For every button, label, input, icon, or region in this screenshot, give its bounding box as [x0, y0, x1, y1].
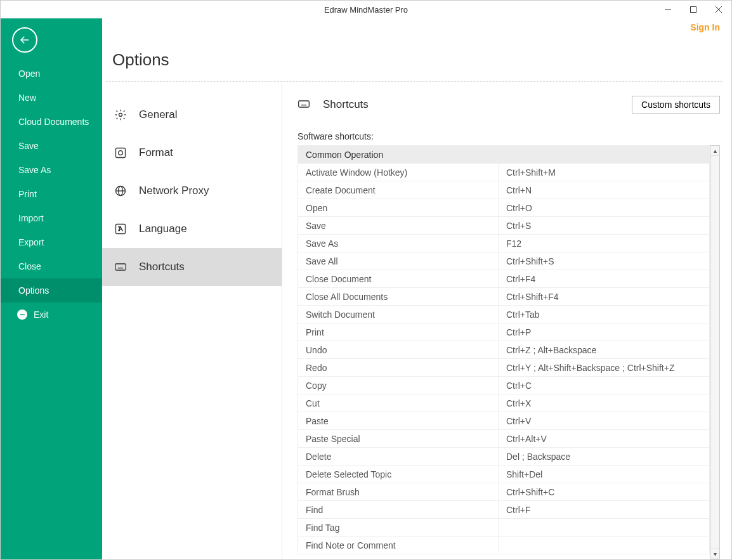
- shortcut-row[interactable]: SaveCtrl+S: [298, 217, 710, 235]
- globe-icon: [114, 184, 127, 198]
- tab-format[interactable]: Format: [102, 134, 282, 172]
- general-icon: [114, 108, 127, 122]
- content: GeneralFormatNetwork ProxyLanguageShortc…: [102, 82, 731, 559]
- shortcut-row[interactable]: Switch DocumentCtrl+Tab: [298, 306, 710, 323]
- shortcut-row[interactable]: UndoCtrl+Z ; Alt+Backspace: [298, 341, 710, 359]
- shortcut-action: Create Document: [298, 181, 499, 199]
- tab-network-proxy[interactable]: Network Proxy: [102, 172, 282, 210]
- sidebar: OpenNewCloud DocumentsSaveSave AsPrintIm…: [1, 18, 102, 559]
- sidebar-item-options[interactable]: Options: [1, 278, 102, 303]
- sidebar-item-cloud-documents[interactable]: Cloud Documents: [1, 110, 102, 134]
- shortcut-action: Paste Special: [298, 430, 499, 448]
- shortcuts-table-scroll[interactable]: Common OperationActivate Window (Hotkey)…: [297, 145, 710, 559]
- shortcut-row[interactable]: RedoCtrl+Y ; Alt+Shift+Backspace ; Ctrl+…: [298, 359, 710, 377]
- shortcut-keys: Ctrl+Z ; Alt+Backspace: [499, 341, 710, 359]
- shortcut-action: Find Tag: [298, 519, 499, 537]
- sidebar-item-label: Save: [18, 141, 39, 151]
- shortcut-keys: [499, 519, 710, 537]
- tab-language[interactable]: Language: [102, 210, 282, 248]
- sidebar-item-import[interactable]: Import: [1, 206, 102, 230]
- language-icon: [114, 222, 127, 236]
- shortcut-keys: Ctrl+C: [499, 377, 710, 394]
- shortcut-row[interactable]: Format BrushCtrl+Shift+C: [298, 483, 710, 501]
- shortcut-action: Undo: [298, 341, 499, 359]
- shortcut-action: Save: [298, 217, 499, 235]
- tab-shortcuts[interactable]: Shortcuts: [102, 248, 282, 286]
- shortcut-action: Delete: [298, 448, 499, 466]
- sidebar-item-open[interactable]: Open: [1, 62, 102, 86]
- sidebar-item-new[interactable]: New: [1, 86, 102, 110]
- shortcut-keys: F12: [499, 235, 710, 252]
- shortcuts-table: Common OperationActivate Window (Hotkey)…: [297, 145, 710, 554]
- sidebar-item-label: Cloud Documents: [18, 117, 89, 127]
- shortcut-action: Find Note or Comment: [298, 537, 499, 554]
- shortcut-action: Switch Document: [298, 306, 499, 323]
- tab-label: Shortcuts: [139, 261, 185, 273]
- shortcut-keys: Shift+Del: [499, 466, 710, 483]
- window-title: Edraw MindMaster Pro: [324, 5, 408, 15]
- section-label: Software shortcuts:: [297, 131, 720, 141]
- sidebar-item-save[interactable]: Save: [1, 134, 102, 158]
- back-button[interactable]: [12, 27, 37, 53]
- shortcut-row[interactable]: PrintCtrl+P: [298, 323, 710, 341]
- shortcut-keys: Ctrl+Tab: [499, 306, 710, 323]
- shortcut-action: Close Document: [298, 270, 499, 288]
- scroll-up-button[interactable]: ▴: [710, 146, 719, 156]
- minimize-button[interactable]: [655, 1, 681, 18]
- maximize-button[interactable]: [681, 1, 706, 18]
- tab-general[interactable]: General: [102, 96, 282, 134]
- shortcut-action: Save As: [298, 235, 499, 252]
- shortcuts-table-wrap: Common OperationActivate Window (Hotkey)…: [297, 145, 720, 559]
- shortcut-keys: Ctrl+F: [499, 501, 710, 519]
- shortcut-action: Paste: [298, 412, 499, 430]
- shortcut-row[interactable]: OpenCtrl+O: [298, 199, 710, 217]
- sidebar-item-export[interactable]: Export: [1, 230, 102, 254]
- shortcut-row[interactable]: DeleteDel ; Backspace: [298, 448, 710, 466]
- sidebar-item-save-as[interactable]: Save As: [1, 158, 102, 182]
- svg-rect-6: [116, 148, 126, 158]
- arrow-left-icon: [19, 34, 30, 46]
- shortcuts-panel: Shortcuts Custom shortcuts Software shor…: [282, 82, 731, 559]
- svg-point-7: [119, 151, 123, 155]
- shortcut-row[interactable]: Save AllCtrl+Shift+S: [298, 252, 710, 270]
- shortcut-keys: Ctrl+Shift+C: [499, 483, 710, 501]
- shortcut-action: Delete Selected Topic: [298, 466, 499, 483]
- scroll-down-button[interactable]: ▾: [710, 549, 719, 559]
- shortcut-row[interactable]: Create DocumentCtrl+N: [298, 181, 710, 199]
- shortcut-row[interactable]: Paste SpecialCtrl+Alt+V: [298, 430, 710, 448]
- shortcut-keys: Ctrl+O: [499, 199, 710, 217]
- shortcut-row[interactable]: Find Tag: [298, 519, 710, 537]
- shortcut-row[interactable]: Activate Window (Hotkey)Ctrl+Shift+M: [298, 164, 710, 181]
- shortcut-row[interactable]: CutCtrl+X: [298, 394, 710, 412]
- shortcut-row[interactable]: Close DocumentCtrl+F4: [298, 270, 710, 288]
- signin-link[interactable]: Sign In: [690, 22, 720, 32]
- shortcut-row[interactable]: FindCtrl+F: [298, 501, 710, 519]
- custom-shortcuts-button[interactable]: Custom shortcuts: [632, 96, 720, 114]
- shortcut-action: Format Brush: [298, 483, 499, 501]
- shortcut-action: Find: [298, 501, 499, 519]
- sidebar-item-label: Print: [18, 189, 37, 199]
- app-window: Edraw MindMaster Pro OpenNewCloud Docume…: [0, 0, 732, 560]
- shortcut-row[interactable]: Close All DocumentsCtrl+Shift+F4: [298, 288, 710, 306]
- shortcut-row[interactable]: CopyCtrl+C: [298, 377, 710, 394]
- exit-icon: −: [17, 309, 27, 320]
- shortcut-action: Cut: [298, 394, 499, 412]
- svg-rect-18: [299, 101, 310, 107]
- panel-title: Shortcuts: [323, 98, 369, 111]
- sidebar-item-exit[interactable]: −Exit: [1, 303, 102, 327]
- sidebar-item-close[interactable]: Close: [1, 254, 102, 278]
- shortcut-row[interactable]: Save AsF12: [298, 235, 710, 252]
- vertical-scrollbar[interactable]: ▴ ▾: [710, 145, 720, 559]
- sidebar-item-label: New: [18, 93, 36, 103]
- shortcut-row[interactable]: Find Note or Comment: [298, 537, 710, 554]
- signin-row: Sign In: [102, 18, 731, 36]
- close-button[interactable]: [706, 1, 731, 18]
- shortcut-action: Close All Documents: [298, 288, 499, 306]
- panel-header: Shortcuts Custom shortcuts: [297, 96, 720, 114]
- sidebar-item-label: Export: [18, 237, 44, 247]
- shortcut-row[interactable]: PasteCtrl+V: [298, 412, 710, 430]
- options-tabs: GeneralFormatNetwork ProxyLanguageShortc…: [102, 82, 282, 559]
- shortcut-keys: Ctrl+N: [499, 181, 710, 199]
- sidebar-item-print[interactable]: Print: [1, 182, 102, 206]
- shortcut-row[interactable]: Delete Selected TopicShift+Del: [298, 466, 710, 483]
